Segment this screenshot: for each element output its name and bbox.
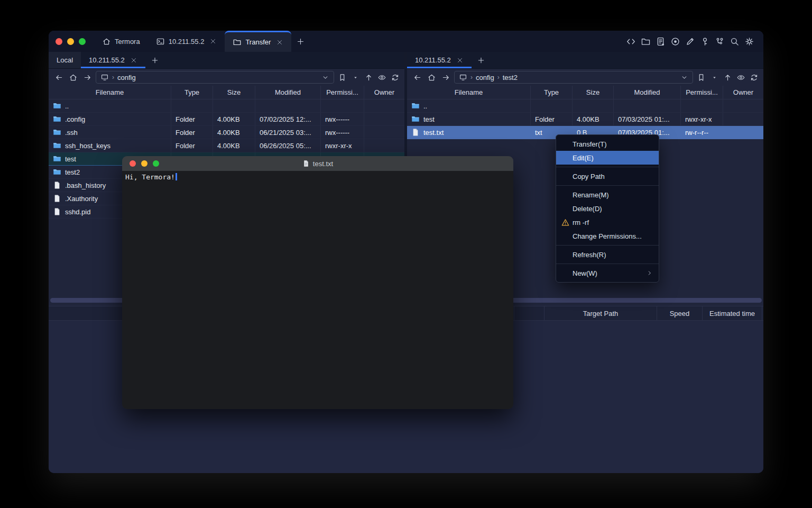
column-header-modified[interactable]: Modified — [614, 86, 681, 99]
forward-button[interactable] — [440, 71, 451, 83]
code-button[interactable] — [626, 37, 636, 47]
refresh-button[interactable] — [749, 72, 759, 83]
new-main-tab-button[interactable] — [291, 31, 309, 52]
editor-zoom-button[interactable] — [153, 160, 159, 167]
main-tab-termora[interactable]: Termora — [94, 31, 148, 52]
column-header-type[interactable]: Type — [171, 86, 213, 99]
menu-item-refresh-r-[interactable]: Refresh(R) — [556, 248, 659, 261]
editor-minimize-button[interactable] — [141, 160, 147, 167]
close-tab-icon[interactable] — [276, 39, 283, 46]
chevron-down-icon[interactable] — [680, 74, 688, 81]
column-header-permissi[interactable]: Permissi... — [321, 86, 364, 99]
menu-item-rename-m-[interactable]: Rename(M) — [556, 188, 659, 202]
column-header-size[interactable]: Size — [573, 86, 614, 99]
settings-button[interactable] — [744, 37, 754, 47]
breadcrumb-segment[interactable]: config — [476, 74, 494, 81]
column-header-owner[interactable]: Owner — [723, 86, 763, 99]
menu-item-label: Transfer(T) — [573, 140, 607, 148]
panel-toolbar: ›config — [49, 69, 404, 86]
file-row[interactable]: .. — [407, 99, 763, 113]
bookmark-dropdown-button[interactable] — [709, 72, 719, 83]
menu-item-change-permissions-[interactable]: Change Permissions... — [556, 229, 659, 243]
editor-titlebar[interactable]: test.txt — [122, 156, 513, 171]
bookmark-button[interactable] — [337, 72, 347, 83]
folder-button[interactable] — [641, 37, 651, 47]
cell-modified: 06/21/2025 03:... — [255, 126, 321, 139]
bookmark-dropdown-button[interactable] — [350, 72, 361, 83]
pencil-button[interactable] — [685, 37, 695, 47]
branch-button[interactable] — [715, 37, 725, 47]
breadcrumb-segment[interactable]: test2 — [503, 74, 518, 81]
file-row[interactable]: ssh_host_keysFolder4.00KB06/26/2025 05:.… — [49, 139, 404, 152]
folder-file-icon — [53, 155, 61, 163]
transfer-column-estimated-time[interactable]: Estimated time — [703, 306, 762, 320]
search-button[interactable] — [730, 37, 740, 47]
folder-file-icon — [53, 115, 61, 123]
notes-button[interactable] — [656, 37, 666, 47]
panel-tab-10-211-55-2[interactable]: 10.211.55.2 — [81, 52, 145, 68]
cell-filename: .config — [49, 113, 171, 125]
forward-button[interactable] — [81, 71, 93, 83]
close-window-button[interactable] — [56, 38, 62, 45]
close-tab-icon[interactable] — [209, 38, 217, 45]
panel-tab-local[interactable]: Local — [49, 52, 81, 68]
main-tab-10-211-55-2[interactable]: 10.211.55.2 — [148, 31, 225, 52]
editor-close-button[interactable] — [130, 160, 136, 167]
panel-tabs: 10.211.55.2 — [407, 52, 763, 69]
path-breadcrumb-field[interactable]: ›config — [96, 71, 334, 84]
close-tab-icon[interactable] — [456, 57, 464, 64]
menu-item-copy-path[interactable]: Copy Path — [556, 169, 659, 183]
key-button[interactable] — [700, 37, 710, 47]
transfer-column-target-path[interactable]: Target Path — [545, 306, 657, 320]
show-hidden-files-button[interactable] — [735, 72, 746, 83]
menu-item-delete-d-[interactable]: Delete(D) — [556, 202, 659, 215]
file-row[interactable]: .configFolder4.00KB07/02/2025 12:...rwx-… — [49, 113, 404, 126]
new-panel-tab-button[interactable] — [472, 52, 491, 68]
filename-label: test — [65, 155, 76, 163]
column-header-filename[interactable]: Filename — [407, 86, 531, 99]
column-header-size[interactable]: Size — [213, 86, 255, 99]
breadcrumb-segment[interactable]: config — [117, 74, 136, 81]
parent-directory-button[interactable] — [722, 72, 733, 83]
menu-item-transfer-t-[interactable]: Transfer(T) — [556, 137, 659, 151]
close-tab-icon[interactable] — [130, 57, 137, 64]
back-button[interactable] — [53, 71, 64, 83]
minimize-window-button[interactable] — [67, 38, 74, 45]
show-hidden-files-button[interactable] — [376, 72, 387, 83]
editor-window: test.txt Hi, Termora! — [122, 156, 513, 409]
breadcrumb-separator: › — [112, 74, 114, 81]
refresh-button[interactable] — [390, 72, 400, 83]
file-row[interactable]: testFolder4.00KB07/03/2025 01:...rwxr-xr… — [407, 113, 763, 126]
column-header-modified[interactable]: Modified — [255, 86, 321, 99]
menu-item-new-w-[interactable]: New(W) — [556, 266, 659, 280]
cell-permissions — [321, 99, 364, 112]
menu-item-edit-e-[interactable]: Edit(E) — [556, 151, 659, 165]
transfer-column-speed[interactable]: Speed — [657, 306, 703, 320]
path-breadcrumb-field[interactable]: ›config›test2 — [454, 71, 693, 84]
back-button[interactable] — [411, 71, 423, 83]
column-header-owner[interactable]: Owner — [364, 86, 404, 99]
parent-directory-button[interactable] — [363, 72, 374, 83]
new-panel-tab-button[interactable] — [145, 52, 164, 68]
file-row[interactable]: .. — [49, 99, 404, 113]
column-header-permissi[interactable]: Permissi... — [681, 86, 723, 99]
home-button[interactable] — [67, 71, 79, 83]
chevron-down-icon[interactable] — [321, 74, 329, 81]
window-controls — [49, 31, 94, 52]
file-row[interactable]: .sshFolder4.00KB06/21/2025 03:...rwx----… — [49, 126, 404, 139]
record-button[interactable] — [670, 37, 680, 47]
bookmark-button[interactable] — [696, 72, 706, 83]
column-header-filename[interactable]: Filename — [49, 86, 171, 99]
file-table-header: FilenameTypeSizeModifiedPermissi...Owner — [407, 86, 763, 99]
zoom-window-button[interactable] — [79, 38, 86, 45]
home-button[interactable] — [426, 71, 437, 83]
menu-separator — [556, 185, 659, 186]
column-header-type[interactable]: Type — [531, 86, 573, 99]
menu-item-label: New(W) — [573, 269, 597, 277]
panel-tab-label: 10.211.55.2 — [89, 56, 125, 64]
editor-text-area[interactable]: Hi, Termora! — [122, 171, 513, 409]
main-tab-transfer[interactable]: Transfer — [225, 31, 291, 52]
panel-tab-10-211-55-2[interactable]: 10.211.55.2 — [407, 52, 472, 68]
menu-separator — [556, 167, 659, 167]
menu-item-rm-rf[interactable]: rm -rf — [556, 215, 659, 229]
